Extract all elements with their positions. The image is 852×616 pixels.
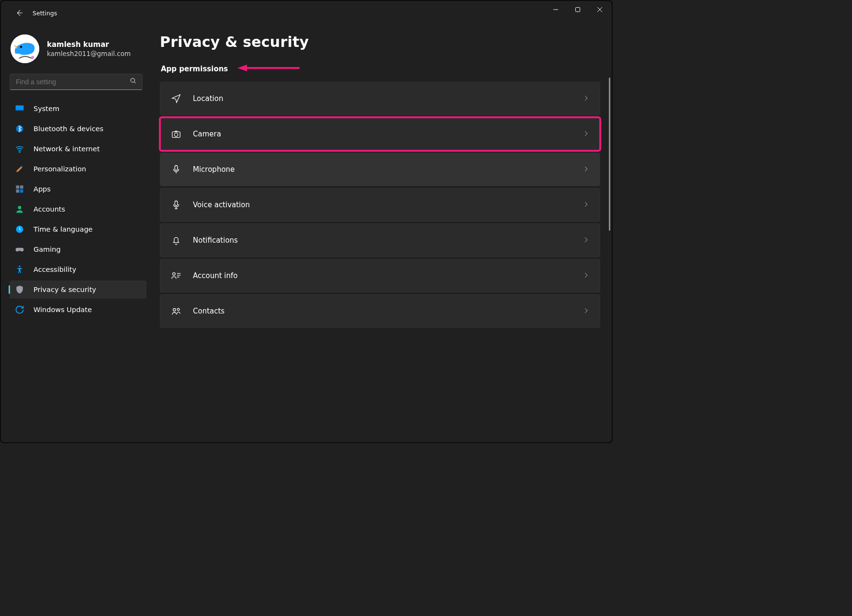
minimize-button[interactable] [545, 1, 567, 18]
sidebar-item-system[interactable]: System [10, 100, 146, 118]
arrow-left-icon [15, 9, 23, 17]
sidebar-item-apps[interactable]: Apps [10, 180, 146, 198]
app-title: Settings [33, 10, 57, 17]
svg-point-13 [18, 206, 22, 209]
search-input[interactable] [10, 74, 143, 90]
svg-point-2 [20, 46, 22, 48]
permission-camera[interactable]: Camera [160, 117, 600, 151]
sidebar-nav: System Bluetooth & devices Network & int… [10, 100, 146, 319]
svg-point-3 [31, 56, 34, 59]
svg-rect-0 [576, 8, 580, 12]
permission-microphone[interactable]: Microphone [160, 153, 600, 186]
back-button[interactable] [10, 3, 29, 22]
person-icon [14, 204, 25, 214]
permission-label: Notifications [193, 236, 238, 245]
update-icon [14, 304, 25, 315]
sidebar-item-accessibility[interactable]: Accessibility [10, 260, 146, 279]
permission-label: Microphone [193, 165, 235, 174]
permission-voice[interactable]: Voice activation [160, 188, 600, 222]
contacts-icon [171, 306, 182, 316]
svg-point-24 [177, 308, 179, 311]
nav-label: System [34, 105, 59, 112]
svg-rect-20 [175, 166, 178, 170]
nav-label: Accounts [34, 205, 65, 213]
permission-list: Location Camera [160, 82, 600, 328]
monitor-icon [14, 103, 25, 114]
nav-label: Windows Update [34, 306, 92, 314]
maximize-button[interactable] [567, 1, 589, 18]
maximize-icon [575, 7, 581, 12]
sidebar-item-gaming[interactable]: Gaming [10, 240, 146, 258]
minimize-icon [553, 7, 559, 12]
sidebar: kamlesh kumar kamlesh2011@gmail.com Syst… [1, 25, 149, 442]
svg-rect-9 [16, 186, 20, 189]
sidebar-item-accounts[interactable]: Accounts [10, 200, 146, 218]
search-icon [130, 78, 137, 87]
chevron-right-icon [583, 236, 589, 245]
svg-point-15 [19, 266, 20, 267]
sidebar-item-update[interactable]: Windows Update [10, 301, 146, 319]
close-icon [597, 7, 603, 12]
location-icon [171, 93, 182, 104]
permission-label: Location [193, 94, 223, 103]
svg-point-4 [131, 78, 135, 82]
permission-accountinfo[interactable]: Account info [160, 259, 600, 292]
avatar [11, 34, 39, 63]
svg-rect-12 [20, 190, 23, 193]
nav-label: Accessibility [34, 266, 76, 273]
nav-label: Gaming [34, 246, 61, 253]
chevron-right-icon [583, 307, 589, 316]
close-button[interactable] [589, 1, 611, 18]
page-title: Privacy & security [160, 34, 600, 50]
account-info-icon [171, 270, 182, 281]
section-header: App permissions [160, 64, 600, 74]
voice-icon [171, 200, 182, 210]
nav-label: Bluetooth & devices [34, 125, 103, 133]
search-wrap [10, 74, 146, 90]
sidebar-item-bluetooth[interactable]: Bluetooth & devices [10, 120, 146, 138]
chevron-right-icon [583, 271, 589, 280]
microphone-icon [171, 164, 182, 175]
user-name: kamlesh kumar [47, 40, 131, 49]
bell-icon [171, 235, 182, 246]
permission-label: Camera [193, 130, 221, 138]
permission-location[interactable]: Location [160, 82, 600, 115]
permission-notifications[interactable]: Notifications [160, 224, 600, 257]
svg-rect-10 [20, 186, 23, 189]
bluetooth-icon [14, 123, 25, 134]
sidebar-item-personalization[interactable]: Personalization [10, 160, 146, 178]
profile-block[interactable]: kamlesh kumar kamlesh2011@gmail.com [10, 34, 146, 74]
clock-icon [14, 224, 25, 235]
user-email: kamlesh2011@gmail.com [47, 50, 131, 57]
svg-rect-21 [175, 201, 178, 206]
camera-icon [171, 129, 182, 139]
wifi-icon [14, 144, 25, 154]
svg-rect-6 [16, 110, 24, 111]
svg-point-19 [174, 133, 178, 136]
chevron-right-icon [583, 94, 589, 103]
sidebar-item-privacy[interactable]: Privacy & security [10, 280, 146, 299]
permission-label: Contacts [193, 307, 224, 315]
svg-point-8 [19, 152, 20, 153]
permission-label: Voice activation [193, 201, 250, 209]
svg-point-23 [173, 309, 176, 312]
nav-label: Personalization [34, 165, 86, 173]
chevron-right-icon [583, 201, 589, 210]
nav-label: Privacy & security [34, 286, 96, 293]
chevron-right-icon [583, 165, 589, 174]
svg-rect-11 [16, 190, 20, 193]
nav-label: Time & language [34, 225, 93, 233]
sidebar-item-time[interactable]: Time & language [10, 220, 146, 238]
sidebar-item-network[interactable]: Network & internet [10, 140, 146, 158]
nav-label: Apps [34, 185, 51, 193]
annotation-arrow-icon [237, 64, 300, 74]
scrollbar[interactable] [609, 78, 610, 231]
titlebar: Settings [1, 1, 612, 25]
permission-contacts[interactable]: Contacts [160, 294, 600, 328]
svg-point-22 [173, 273, 176, 276]
section-label: App permissions [161, 65, 228, 73]
permission-label: Account info [193, 271, 237, 280]
accessibility-icon [14, 264, 25, 275]
svg-marker-17 [237, 65, 247, 71]
apps-icon [14, 184, 25, 194]
